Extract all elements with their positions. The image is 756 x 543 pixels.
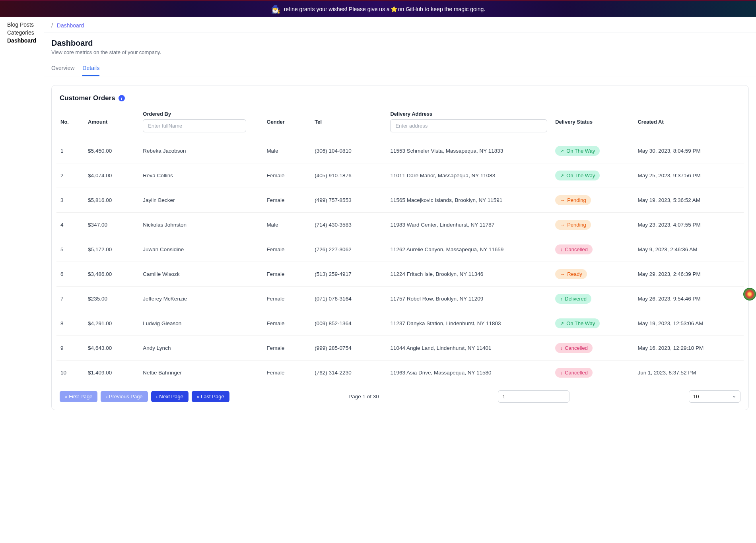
cell-created: May 19, 2023, 5:36:52 AM <box>634 188 744 213</box>
page-size-select[interactable]: 10 <box>689 390 740 403</box>
table-row: 4$347.00Nickolas JohnstonMale(714) 430-3… <box>56 213 744 237</box>
page-info: Page 1 of 30 <box>348 394 379 399</box>
cell-name: Juwan Considine <box>139 237 262 262</box>
cell-gender: Female <box>262 237 311 262</box>
col-tel: Tel <box>311 108 386 136</box>
table-row: 9$4,643.00Andy LynchFemale(999) 285-0754… <box>56 336 744 361</box>
table-row: 10$1,409.00Nettie BahringerFemale(762) 3… <box>56 361 744 385</box>
page-number-input[interactable] <box>498 390 569 403</box>
cell-address: 11237 Danyka Station, Lindenhurst, NY 11… <box>386 311 551 336</box>
col-address-label: Delivery Address <box>390 111 547 117</box>
arrow-icon: → <box>560 223 565 227</box>
cell-created: May 30, 2023, 8:04:59 PM <box>634 136 744 163</box>
filter-name-input[interactable] <box>143 119 246 132</box>
cell-name: Camille Wisozk <box>139 262 262 287</box>
cell-address: 11757 Robel Row, Brooklyn, NY 11209 <box>386 287 551 311</box>
sidebar-item-dashboard[interactable]: Dashboard <box>7 37 44 44</box>
next-page-button[interactable]: ›Next Page <box>151 391 189 402</box>
breadcrumb-separator: / <box>51 22 53 29</box>
sidebar-item-blog-posts[interactable]: Blog Posts <box>7 21 44 28</box>
cell-status: ↓Cancelled <box>551 237 634 262</box>
banner-text-after: on GitHub to keep the magic going. <box>398 6 485 12</box>
table-row: 8$4,291.00Ludwig GleasonFemale(009) 852-… <box>56 311 744 336</box>
status-label: Delivered <box>565 296 587 302</box>
main-content: / Dashboard Dashboard View core metrics … <box>44 17 756 543</box>
first-page-button[interactable]: «First Page <box>60 391 97 402</box>
cell-address: 11044 Angie Land, Lindenhurst, NY 11401 <box>386 336 551 361</box>
cell-address: 11983 Ward Center, Lindenhurst, NY 11787 <box>386 213 551 237</box>
first-page-label: First Page <box>69 394 92 399</box>
cell-tel: (071) 076-3164 <box>311 287 386 311</box>
col-address: Delivery Address <box>386 108 551 136</box>
arrow-icon: ↑ <box>560 297 562 301</box>
arrow-icon: ↓ <box>560 370 562 375</box>
cell-status: ↗On The Way <box>551 163 634 188</box>
status-badge: ↓Cancelled <box>555 368 593 378</box>
sidebar-item-categories[interactable]: Categories <box>7 29 44 36</box>
cell-tel: (405) 910-1876 <box>311 163 386 188</box>
arrow-icon: ↓ <box>560 346 562 351</box>
cell-address: 11224 Fritsch Isle, Brooklyn, NY 11346 <box>386 262 551 287</box>
cell-gender: Female <box>262 361 311 385</box>
cell-name: Ludwig Gleason <box>139 311 262 336</box>
cell-created: May 16, 2023, 12:29:10 PM <box>634 336 744 361</box>
cell-tel: (306) 104-0810 <box>311 136 386 163</box>
status-badge: ↗On The Way <box>555 318 600 328</box>
cell-amount: $4,291.00 <box>84 311 139 336</box>
status-label: Cancelled <box>565 246 588 252</box>
cell-tel: (726) 227-3062 <box>311 237 386 262</box>
cell-status: →Pending <box>551 213 634 237</box>
cell-tel: (513) 259-4917 <box>311 262 386 287</box>
cell-status: →Pending <box>551 188 634 213</box>
cell-no: 4 <box>56 213 84 237</box>
cell-tel: (009) 852-1364 <box>311 311 386 336</box>
arrow-icon: ↗ <box>560 149 564 153</box>
table-row: 6$3,486.00Camille WisozkFemale(513) 259-… <box>56 262 744 287</box>
chevron-double-left-icon: « <box>65 394 67 399</box>
breadcrumb-current[interactable]: Dashboard <box>57 22 84 29</box>
last-page-button[interactable]: »Last Page <box>192 391 229 402</box>
arrow-icon: ↗ <box>560 173 564 178</box>
status-label: Ready <box>567 271 582 277</box>
table-row: 1$5,450.00Rebeka JacobsonMale(306) 104-0… <box>56 136 744 163</box>
cell-gender: Female <box>262 163 311 188</box>
orders-table: No. Amount Ordered By Gender Tel Deliver… <box>56 108 744 385</box>
col-ordered-by-label: Ordered By <box>143 111 258 117</box>
table-row: 2$4,074.00Reva CollinsFemale(405) 910-18… <box>56 163 744 188</box>
cell-no: 5 <box>56 237 84 262</box>
cell-gender: Female <box>262 287 311 311</box>
col-ordered-by: Ordered By <box>139 108 262 136</box>
tab-overview[interactable]: Overview <box>51 65 74 76</box>
cell-name: Reva Collins <box>139 163 262 188</box>
cell-name: Nettie Bahringer <box>139 361 262 385</box>
cell-no: 7 <box>56 287 84 311</box>
status-label: Cancelled <box>565 370 588 376</box>
star-icon: ⭐ <box>391 6 397 12</box>
status-badge: →Pending <box>555 220 591 230</box>
cell-amount: $4,643.00 <box>84 336 139 361</box>
cell-gender: Male <box>262 213 311 237</box>
tab-details[interactable]: Details <box>82 65 99 76</box>
orders-card: Customer Orders i No. Amount Ordered By … <box>51 85 749 410</box>
cell-tel: (714) 430-3583 <box>311 213 386 237</box>
cell-tel: (999) 285-0754 <box>311 336 386 361</box>
tabs: OverviewDetails <box>44 58 756 76</box>
cell-address: 11963 Asia Drive, Massapequa, NY 11580 <box>386 361 551 385</box>
prev-page-button[interactable]: ‹Previous Page <box>101 391 148 402</box>
chevron-left-icon: ‹ <box>106 394 107 399</box>
arrow-icon: → <box>560 198 565 203</box>
col-amount: Amount <box>84 108 139 136</box>
info-icon[interactable]: i <box>119 95 125 101</box>
cell-status: ↓Cancelled <box>551 361 634 385</box>
react-query-devtools-icon[interactable] <box>743 288 756 301</box>
cell-status: ↗On The Way <box>551 311 634 336</box>
table-row: 3$5,816.00Jaylin BeckerFemale(499) 757-8… <box>56 188 744 213</box>
arrow-icon: ↗ <box>560 321 564 326</box>
prev-page-label: Previous Page <box>109 394 143 399</box>
promo-banner[interactable]: 🧙‍♂️ refine grants your wishes! Please g… <box>0 0 756 17</box>
banner-text-before: refine grants your wishes! Please give u… <box>284 6 390 12</box>
filter-address-input[interactable] <box>390 119 547 132</box>
cell-created: May 9, 2023, 2:46:36 AM <box>634 237 744 262</box>
status-badge: ↓Cancelled <box>555 343 593 353</box>
col-status: Delivery Status <box>551 108 634 136</box>
